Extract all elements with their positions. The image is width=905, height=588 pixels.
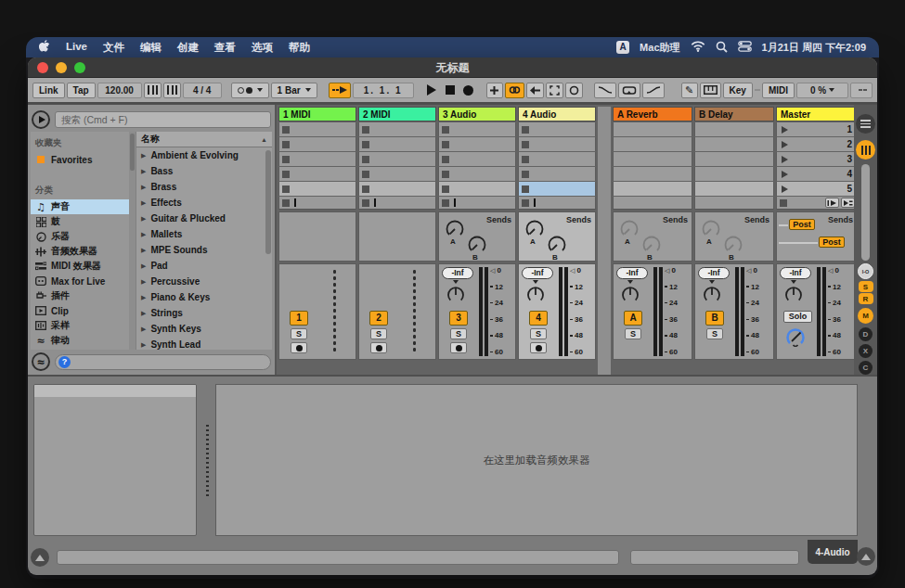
clip-slot[interactable] (518, 137, 596, 151)
scene-slot[interactable]: 3 (776, 152, 858, 166)
help-icon[interactable]: ? (58, 356, 71, 368)
expand-triangle-icon[interactable]: ▶ (141, 294, 146, 301)
crossfade-display[interactable]: 0 % (796, 83, 848, 98)
menu-live[interactable]: Live (66, 41, 87, 55)
list-item[interactable]: ▶Pad (136, 258, 272, 274)
browser-collapse-button[interactable] (32, 110, 50, 129)
sidebar-item-favorites[interactable]: Favorites (31, 152, 129, 167)
spotlight-search-icon[interactable] (716, 41, 728, 55)
track-stop-row[interactable] (278, 197, 356, 210)
return-activator-button[interactable]: B (705, 311, 724, 326)
arm-button[interactable] (530, 342, 547, 353)
returns-show-toggle[interactable]: R (859, 293, 873, 304)
list-scrollbar[interactable] (265, 150, 271, 254)
draw-mode-button[interactable]: ✎ (681, 83, 698, 98)
return-track-header[interactable]: A Reverb (613, 107, 692, 121)
pan-knob[interactable] (523, 280, 549, 310)
list-item[interactable]: ▶Brass (136, 179, 272, 195)
list-item[interactable]: ▶Percussive (136, 274, 272, 289)
menu-item-4[interactable]: 查看 (214, 41, 236, 55)
menu-item-2[interactable]: 编辑 (140, 41, 162, 55)
tap-tempo-button[interactable]: Tap (67, 83, 96, 98)
return-track-header[interactable]: B Delay (694, 107, 774, 121)
track-header[interactable]: 1 MIDI (278, 107, 356, 121)
return-activator-button[interactable]: A (624, 311, 642, 326)
device-drop-area[interactable]: 在这里加载音频效果器 (215, 384, 858, 536)
sort-arrow-icon[interactable]: ▲ (261, 136, 267, 143)
track-activator-button[interactable]: 4 (529, 311, 548, 326)
clip-slot[interactable] (278, 137, 356, 151)
clip-slot[interactable] (278, 152, 356, 166)
pan-knob[interactable] (617, 280, 643, 310)
list-item[interactable]: ▶Synth Lead (136, 337, 272, 350)
capture-circle-button[interactable] (565, 83, 583, 98)
pan-knob[interactable] (443, 280, 469, 310)
list-item[interactable]: ▶Strings (136, 305, 272, 321)
clip-slot[interactable] (278, 122, 356, 136)
metronome-button[interactable] (231, 83, 269, 98)
sidebar-item-audio-fx[interactable]: 音频效果器 (31, 244, 129, 259)
expand-triangle-icon[interactable]: ▶ (141, 247, 146, 254)
sidebar-item-clip[interactable]: Clip (31, 303, 129, 318)
volume-display[interactable]: -Inf (698, 267, 730, 279)
sidebar-item-groove[interactable]: ≈律动 (31, 333, 129, 348)
mixer-show-toggle[interactable]: M (858, 308, 873, 324)
tempo-display[interactable]: 120.00 (97, 83, 142, 98)
session-vertical-scrollbar[interactable] (861, 164, 870, 261)
solo-button[interactable]: S (370, 328, 387, 339)
list-item[interactable]: ▶MPE Sounds (136, 242, 272, 258)
wifi-icon[interactable] (691, 41, 705, 54)
nudge-up-button[interactable] (163, 83, 181, 98)
scene-slot[interactable]: 5 (776, 182, 858, 196)
clip-drop-area[interactable] (598, 107, 611, 375)
show-detail-toggle[interactable] (857, 547, 875, 566)
volume-display[interactable]: -Inf (616, 267, 648, 279)
expand-triangle-icon[interactable]: ▶ (141, 278, 146, 286)
pan-knob[interactable] (699, 280, 725, 310)
clip-slot[interactable] (358, 167, 436, 181)
clip-slot[interactable] (518, 122, 596, 136)
play-button[interactable] (423, 82, 440, 98)
clip-slot[interactable] (278, 167, 356, 181)
expand-triangle-icon[interactable]: ▶ (141, 199, 146, 207)
solo-button[interactable]: S (450, 328, 467, 339)
pan-knob[interactable] (781, 280, 807, 310)
scene-launch-icon[interactable] (782, 185, 788, 193)
groove-pool-toggle[interactable]: ≈ (32, 352, 50, 371)
fade-out-mode-button[interactable] (594, 83, 616, 98)
stop-all-clips-button[interactable] (825, 198, 839, 208)
expand-triangle-icon[interactable]: ▶ (141, 341, 146, 349)
sidebar-item-plugin[interactable]: 插件 (31, 288, 129, 303)
sidebar-item-note[interactable]: ♫声音 (31, 199, 129, 214)
track-activator-button[interactable]: 3 (449, 311, 468, 326)
post-toggle-a[interactable]: Post (789, 219, 815, 230)
arrangement-position-display[interactable]: 1. 1. 1 (353, 83, 414, 98)
clip-slot[interactable] (438, 152, 516, 166)
clip-slot[interactable] (358, 152, 436, 166)
track-activator-button[interactable]: 1 (290, 311, 308, 326)
expand-triangle-icon[interactable]: ▶ (141, 215, 146, 223)
title-bar[interactable]: 无标题 (28, 58, 877, 78)
clip-slot[interactable] (358, 182, 436, 196)
io-show-toggle[interactable]: I-O (858, 263, 873, 279)
follow-button[interactable] (329, 83, 351, 98)
list-item[interactable]: ▶Piano & Keys (136, 289, 272, 305)
list-item[interactable]: ▶Mallets (136, 226, 272, 242)
master-solo-button[interactable]: Solo (783, 311, 812, 323)
scene-launch-icon[interactable] (782, 126, 788, 134)
expand-triangle-icon[interactable]: ▶ (141, 184, 146, 191)
clip-slot[interactable] (438, 122, 516, 136)
clock[interactable]: 1月21日 周四 下午2:09 (762, 41, 866, 55)
track-stop-row[interactable] (358, 197, 436, 210)
sidebar-item-sample[interactable]: 采样 (31, 318, 129, 333)
apple-menu-icon[interactable] (39, 40, 50, 55)
scene-slot[interactable]: 2 (776, 137, 858, 151)
clip-slot[interactable] (518, 182, 596, 196)
stop-button[interactable] (442, 82, 459, 98)
menu-item-5[interactable]: 选项 (252, 41, 273, 55)
cue-volume-knob[interactable] (784, 326, 807, 352)
track-activator-button[interactable]: 2 (369, 311, 388, 326)
post-toggle-b[interactable]: Post (819, 236, 845, 248)
clip-slot[interactable] (518, 152, 596, 166)
back-to-arrangement-button[interactable] (841, 198, 855, 208)
